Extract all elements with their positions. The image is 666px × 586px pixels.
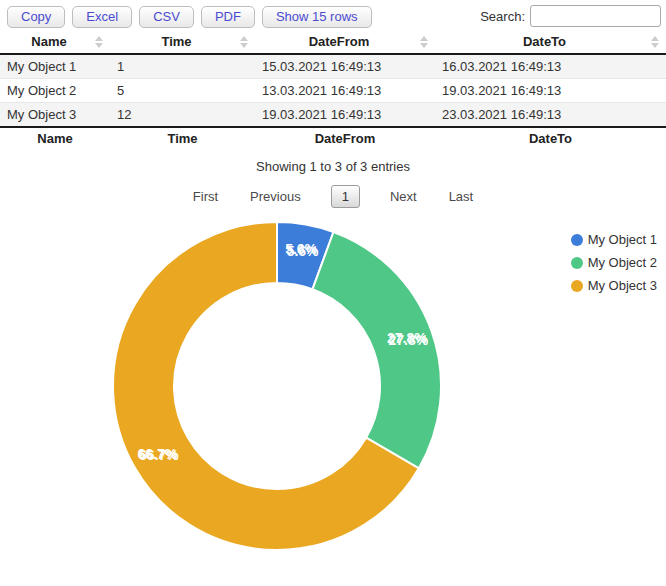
table-header: NameTimeDateFromDateTo (0, 30, 666, 54)
sort-icon (651, 36, 659, 48)
copy-button[interactable]: Copy (7, 6, 65, 28)
table-row[interactable]: My Object 31219.03.2021 16:49:1323.03.20… (0, 103, 666, 128)
first-page-button[interactable]: First (191, 186, 220, 207)
table-row[interactable]: My Object 2513.03.2021 16:49:1319.03.202… (0, 79, 666, 103)
legend-label: My Object 2 (588, 255, 657, 270)
legend-label: My Object 1 (588, 232, 657, 247)
sort-icon (95, 36, 103, 48)
search-input[interactable] (530, 5, 661, 27)
next-page-button[interactable]: Next (388, 186, 419, 207)
sort-icon (240, 36, 248, 48)
pdf-button[interactable]: PDF (201, 6, 255, 28)
slice-percent-label: 27.8% (387, 330, 427, 346)
table-info: Showing 1 to 3 of 3 entries (0, 159, 666, 174)
table-cell: 19.03.2021 16:49:13 (435, 79, 666, 103)
table-footer: NameTimeDateFromDateTo (0, 127, 666, 149)
table-body: My Object 1115.03.2021 16:49:1316.03.202… (0, 54, 666, 127)
table-cell: My Object 2 (0, 79, 110, 103)
column-footer-name: Name (0, 127, 110, 149)
slice-percent-label: 66.7% (138, 446, 178, 462)
data-table: NameTimeDateFromDateTo My Object 1115.03… (0, 30, 666, 149)
slice-percent-label: 5.6% (285, 241, 317, 257)
table-cell: 13.03.2021 16:49:13 (255, 79, 435, 103)
export-buttons: CopyExcelCSVPDFShow 15 rows (7, 6, 372, 28)
table-row[interactable]: My Object 1115.03.2021 16:49:1316.03.202… (0, 54, 666, 79)
column-footer-datefrom: DateFrom (255, 127, 435, 149)
search-box: Search: (480, 5, 661, 27)
column-header-datefrom[interactable]: DateFrom (255, 30, 435, 54)
column-header-time[interactable]: Time (110, 30, 255, 54)
previous-page-button[interactable]: Previous (248, 186, 303, 207)
legend-item-my-object-2[interactable]: My Object 2 (571, 251, 657, 274)
show-15-rows-button[interactable]: Show 15 rows (262, 6, 372, 28)
table-toolbar: CopyExcelCSVPDFShow 15 rows Search: (0, 0, 666, 30)
donut-slice-my-object-2[interactable] (312, 232, 441, 468)
table-cell: 23.03.2021 16:49:13 (435, 103, 666, 128)
search-label: Search: (480, 9, 525, 24)
table-cell: 15.03.2021 16:49:13 (255, 54, 435, 79)
legend-item-my-object-3[interactable]: My Object 3 (571, 274, 657, 297)
legend-label: My Object 3 (588, 278, 657, 293)
table-cell: My Object 3 (0, 103, 110, 128)
legend-color-dot (571, 234, 583, 246)
column-footer-dateto: DateTo (435, 127, 666, 149)
sort-icon (420, 36, 428, 48)
donut-chart: 5.6%5.6%27.8%27.8%66.7%66.7% My Object 1… (0, 214, 666, 564)
legend-item-my-object-1[interactable]: My Object 1 (571, 228, 657, 251)
csv-button[interactable]: CSV (139, 6, 194, 28)
column-header-label: DateFrom (309, 34, 370, 49)
column-header-label: Time (161, 34, 191, 49)
legend-color-dot (571, 280, 583, 292)
chart-legend: My Object 1My Object 2My Object 3 (571, 228, 657, 297)
table-cell: 19.03.2021 16:49:13 (255, 103, 435, 128)
legend-color-dot (571, 257, 583, 269)
table-cell: 1 (110, 54, 255, 79)
page-number-button[interactable]: 1 (331, 185, 360, 208)
donut-chart-svg: 5.6%5.6%27.8%27.8%66.7%66.7% (0, 214, 666, 564)
table-cell: 5 (110, 79, 255, 103)
last-page-button[interactable]: Last (447, 186, 476, 207)
table-cell: My Object 1 (0, 54, 110, 79)
column-header-dateto[interactable]: DateTo (435, 30, 666, 54)
column-header-name[interactable]: Name (0, 30, 110, 54)
pagination: First Previous 1 Next Last (0, 185, 666, 208)
excel-button[interactable]: Excel (72, 6, 132, 28)
column-footer-time: Time (110, 127, 255, 149)
table-cell: 16.03.2021 16:49:13 (435, 54, 666, 79)
column-header-label: Name (31, 34, 66, 49)
column-header-label: DateTo (523, 34, 566, 49)
table-cell: 12 (110, 103, 255, 128)
